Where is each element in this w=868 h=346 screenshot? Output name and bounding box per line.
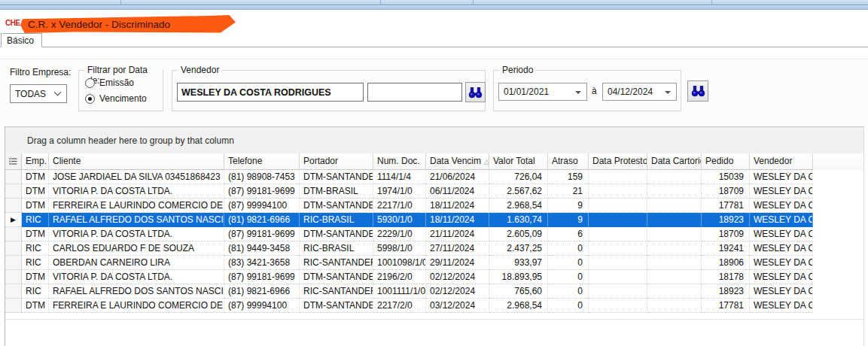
- row-indicator: [5, 256, 22, 270]
- binoculars-icon: [468, 86, 483, 99]
- column-header-label: Num. Doc.: [377, 156, 420, 166]
- cell: 18178: [702, 270, 750, 284]
- column-header-emp-[interactable]: Emp.: [22, 153, 49, 170]
- column-header-data-vencim[interactable]: Data Vencim△: [426, 153, 489, 170]
- cell: 02/12/2024: [426, 284, 489, 299]
- cell: 15039: [702, 170, 750, 184]
- cell: WESLEY DA COS: [750, 299, 813, 313]
- column-header-cliente[interactable]: Cliente: [49, 153, 224, 170]
- column-header-data-cartorio[interactable]: Data Cartorio: [647, 153, 702, 170]
- cell: (87) 99994100: [224, 199, 300, 213]
- table-row[interactable]: DTMVITORIA P. DA COSTA LTDA.(87) 99181-9…: [5, 227, 863, 241]
- column-header-portador[interactable]: Portador: [300, 153, 373, 170]
- cell: [589, 256, 647, 270]
- table-row[interactable]: DTMJOSE JARDIAEL DA SILVA 03451868423(81…: [5, 170, 863, 184]
- cell: 21: [548, 184, 589, 199]
- cell: RIC: [22, 256, 49, 270]
- cell: 21/06/2024: [426, 170, 489, 184]
- column-header-vendedor[interactable]: Vendedor: [750, 153, 813, 170]
- cell: 29/11/2024: [426, 256, 489, 270]
- radio-vencimento[interactable]: Vencimento: [85, 93, 147, 104]
- cell: [647, 227, 702, 241]
- table-row[interactable]: DTMVITORIA P. DA COSTA LTDA.(87) 99181-9…: [5, 270, 863, 284]
- cell: 17781: [702, 199, 750, 213]
- column-header-label: Pedido: [705, 156, 733, 166]
- cell: WESLEY DA COS: [750, 270, 813, 284]
- periodo-search-button[interactable]: [687, 80, 708, 102]
- cell: 1114/1/4: [373, 170, 426, 184]
- cell: WESLEY DA COS: [750, 184, 813, 199]
- dropdown-arrow-icon: [665, 91, 671, 94]
- cell: 18/11/2024: [426, 213, 489, 227]
- column-header-label: Telefone: [228, 156, 262, 166]
- cell: [589, 213, 647, 227]
- vendedor-code-field[interactable]: [367, 83, 462, 102]
- cell: 2.437,25: [489, 241, 548, 256]
- row-indicator: [5, 184, 22, 199]
- row-indicator: [5, 227, 22, 241]
- empresa-combobox[interactable]: TODAS: [10, 84, 67, 103]
- column-header-data-protesto[interactable]: Data Protesto: [589, 153, 647, 170]
- dropdown-arrow-icon: [575, 91, 581, 94]
- toolbar-divider: [0, 5, 868, 5]
- cell: (81) 9449-3458: [224, 241, 300, 256]
- cell: [647, 184, 702, 199]
- row-indicator: [5, 199, 22, 213]
- periodo-connector-label: à: [592, 86, 597, 96]
- cell: 726,04: [489, 170, 548, 184]
- column-header-label: Cliente: [53, 156, 81, 166]
- tab-basico[interactable]: Básico: [1, 33, 42, 47]
- column-header-label: Vendedor: [754, 156, 792, 166]
- chevron-down-icon: [54, 89, 62, 96]
- vendedor-name-field[interactable]: [177, 83, 364, 102]
- cell: DTM: [22, 270, 49, 284]
- vendedor-groupbox: Vendedor: [172, 70, 486, 111]
- vendedor-search-button[interactable]: [465, 82, 486, 102]
- cell: 5930/1/0: [373, 213, 426, 227]
- cell: DTM-SANTANDER: [300, 270, 373, 284]
- cell: (87) 99994100: [224, 299, 300, 313]
- column-header-valor-total[interactable]: Valor Total: [489, 153, 548, 170]
- cell: 18/11/2024: [426, 199, 489, 213]
- cell: WESLEY DA COS: [750, 227, 813, 241]
- periodo-to-datepicker[interactable]: 04/12/2024: [602, 83, 677, 101]
- cell: 2.968,54: [489, 299, 548, 313]
- groupby-panel[interactable]: Drag a column header here to group by th…: [5, 127, 863, 153]
- cell: DTM: [22, 184, 49, 199]
- cell: OBERDAN CARNEIRO LIRA: [49, 256, 224, 270]
- cell: DTM-SANTANDER: [300, 199, 373, 213]
- table-row[interactable]: DTMVITORIA P. DA COSTA LTDA.(87) 99181-9…: [5, 184, 863, 199]
- periodo-group-label: Periodo: [499, 65, 536, 75]
- cell: 02/12/2024: [426, 270, 489, 284]
- table-row[interactable]: RICCARLOS EDUARDO F DE SOUZA(81) 9449-34…: [5, 241, 863, 256]
- table-row[interactable]: RICOBERDAN CARNEIRO LIRA(83) 3421-3658RI…: [5, 256, 863, 270]
- cell: VITORIA P. DA COSTA LTDA.: [49, 227, 224, 241]
- cell: 1001111/1/0: [373, 284, 426, 299]
- grid-body: DTMJOSE JARDIAEL DA SILVA 03451868423(81…: [5, 170, 863, 313]
- vendedor-group-label: Vendedor: [178, 65, 222, 75]
- cell: RIC-BRASIL: [300, 213, 373, 227]
- column-header-pedido[interactable]: Pedido: [702, 153, 750, 170]
- cell: [589, 170, 647, 184]
- radio-emissao[interactable]: Emissão: [85, 77, 134, 88]
- cell: RIC: [22, 284, 49, 299]
- cell: 17781: [702, 299, 750, 313]
- cell: DTM-SANTANDER: [300, 170, 373, 184]
- table-row[interactable]: ▶RICRAFAEL ALFREDO DOS SANTOS NASCIMENTO…: [5, 213, 863, 227]
- cell: [589, 227, 647, 241]
- column-header-num-doc-[interactable]: Num. Doc.: [373, 153, 426, 170]
- table-row[interactable]: RICRAFAEL ALFREDO DOS SANTOS NASCIMENTO(…: [5, 284, 863, 299]
- cell: [589, 199, 647, 213]
- periodo-from-datepicker[interactable]: 01/01/2021: [498, 83, 587, 101]
- column-header-telefone[interactable]: Telefone: [224, 153, 300, 170]
- title-highlight-marker: C.R. x Vendedor - Discriminado: [20, 15, 236, 33]
- cell: 2229/1/0: [373, 227, 426, 241]
- app-logo-icon: CHE: [5, 19, 20, 27]
- cell: CARLOS EDUARDO F DE SOUZA: [49, 241, 224, 256]
- app-window: CHE C.R. x Vendedor - Discriminado Básic…: [0, 0, 868, 346]
- cell: DTM: [22, 199, 49, 213]
- table-row[interactable]: DTMFERREIRA E LAURINDO COMERCIO DE ARMAR…: [5, 199, 863, 213]
- cell: 2.605,09: [489, 227, 548, 241]
- table-row[interactable]: DTMFERREIRA E LAURINDO COMERCIO DE ARMAR…: [5, 299, 863, 313]
- column-header-atraso[interactable]: Atraso: [548, 153, 589, 170]
